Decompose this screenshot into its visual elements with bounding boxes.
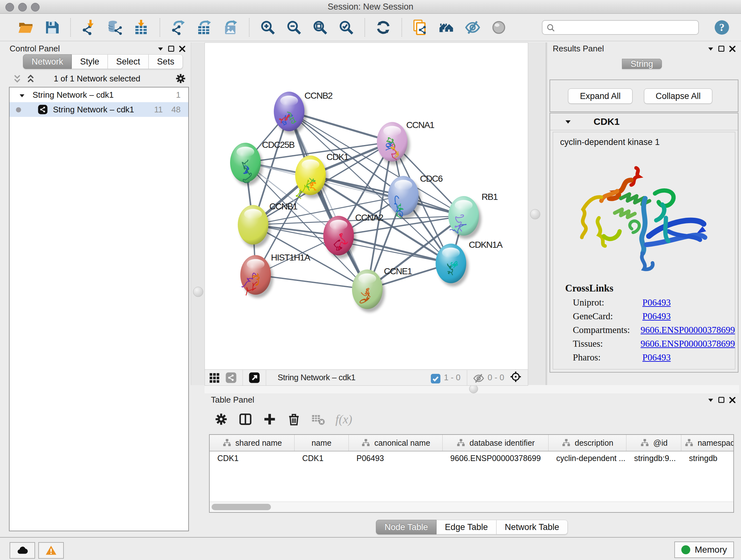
show-columns-icon[interactable] bbox=[237, 411, 254, 428]
column-header-shared-name[interactable]: shared name bbox=[210, 435, 294, 451]
node-label-CDC25B: CDC25B bbox=[262, 140, 294, 150]
float-panel-icon[interactable] bbox=[718, 396, 726, 404]
close-panel-icon[interactable] bbox=[728, 396, 737, 404]
open-session-icon[interactable] bbox=[16, 18, 36, 37]
node-CDKN1A[interactable] bbox=[435, 244, 468, 287]
node-RB1[interactable] bbox=[448, 196, 481, 239]
node-HIST1H1A[interactable] bbox=[240, 255, 273, 298]
window-title: Session: New Session bbox=[0, 2, 741, 12]
tab-select[interactable]: Select bbox=[108, 54, 149, 69]
panel-menu-icon[interactable] bbox=[706, 396, 715, 404]
cloud-icon[interactable] bbox=[10, 542, 35, 559]
collapse-all-button[interactable]: Collapse All bbox=[644, 88, 712, 104]
close-panel-icon[interactable] bbox=[178, 45, 186, 53]
network-canvas[interactable]: CCNB2CCNA1CDC25BCDK1CDC6RB1CCNB1CCNA2CDK… bbox=[205, 43, 528, 370]
node-CCNE1[interactable] bbox=[352, 269, 385, 312]
hidden-counts: 0 - 0 bbox=[488, 373, 504, 382]
grid-view-icon[interactable] bbox=[209, 372, 220, 383]
gene-disclosure-icon[interactable] bbox=[564, 118, 572, 126]
bottom-splitter-handle[interactable] bbox=[469, 384, 478, 393]
network-view[interactable]: CCNB2CCNA1CDC25BCDK1CDC6RB1CCNB1CCNA2CDK… bbox=[205, 43, 528, 386]
zoom-fit-content-icon[interactable] bbox=[311, 18, 330, 37]
close-panel-icon[interactable] bbox=[728, 45, 737, 53]
create-column-icon[interactable] bbox=[261, 411, 278, 428]
network-options-gear-icon[interactable] bbox=[175, 73, 186, 84]
string-home-icon[interactable] bbox=[437, 18, 456, 37]
tab-sets[interactable]: Sets bbox=[149, 54, 183, 69]
panel-menu-icon[interactable] bbox=[706, 45, 715, 53]
crosslink-link[interactable]: P06493 bbox=[643, 352, 671, 363]
import-table-from-file-icon[interactable] bbox=[132, 18, 151, 37]
expand-all-button[interactable]: Expand All bbox=[568, 88, 632, 104]
node-label-CCNB1: CCNB1 bbox=[269, 201, 297, 211]
birds-eye-view-icon[interactable] bbox=[489, 18, 509, 37]
scrollbar-thumb[interactable] bbox=[212, 504, 271, 510]
crosslink-link[interactable]: P06493 bbox=[643, 311, 671, 321]
export-table-icon[interactable] bbox=[195, 18, 214, 37]
delete-column-icon[interactable] bbox=[286, 411, 302, 428]
memory-button[interactable]: Memory bbox=[674, 542, 734, 558]
tab-network-table[interactable]: Network Table bbox=[496, 520, 568, 535]
share-view-icon[interactable] bbox=[225, 372, 237, 383]
gene-header-row[interactable]: CDK1 bbox=[550, 113, 738, 130]
update-network-icon[interactable] bbox=[374, 18, 393, 37]
hidden-eye-icon[interactable] bbox=[473, 373, 483, 383]
node-CCNB1[interactable] bbox=[238, 205, 271, 248]
export-image-icon[interactable] bbox=[221, 18, 240, 37]
tab-network[interactable]: Network bbox=[23, 54, 72, 69]
right-splitter-handle[interactable] bbox=[530, 209, 540, 219]
zoom-out-icon[interactable] bbox=[284, 18, 304, 37]
column-settings-gear-icon[interactable] bbox=[213, 411, 229, 428]
collection-disclosure-icon[interactable] bbox=[18, 91, 25, 99]
table-horizontal-scrollbar[interactable] bbox=[210, 502, 733, 512]
node-CCNA2[interactable] bbox=[323, 216, 356, 259]
save-session-icon[interactable] bbox=[43, 18, 62, 37]
import-network-from-database-icon[interactable] bbox=[106, 18, 125, 37]
search-input[interactable] bbox=[542, 20, 699, 35]
column-header-namespace[interactable]: namespace bbox=[681, 435, 734, 451]
column-header-database-identifier[interactable]: database identifier bbox=[443, 435, 549, 451]
float-panel-icon[interactable] bbox=[718, 45, 726, 53]
zoom-selected-region-icon[interactable] bbox=[337, 18, 356, 37]
network-file-snapshot-icon[interactable] bbox=[411, 18, 430, 37]
crosslink-link[interactable]: 9606.ENSP00000378699 bbox=[641, 325, 735, 335]
column-label: namespace bbox=[697, 438, 734, 448]
warning-icon[interactable] bbox=[38, 542, 64, 559]
network-row-selected[interactable]: String Network – cdk1 11 48 bbox=[10, 102, 188, 117]
crosshair-icon[interactable] bbox=[510, 371, 523, 384]
left-splitter[interactable] bbox=[191, 43, 205, 385]
table-row[interactable]: CDK1CDK1P064939606.ENSP00000378699cyclin… bbox=[210, 451, 733, 466]
crosslink-link[interactable]: 9606.ENSP00000378699 bbox=[641, 338, 735, 349]
tab-node-table[interactable]: Node Table bbox=[376, 520, 436, 535]
node-CCNB2[interactable] bbox=[274, 91, 307, 134]
tab-style[interactable]: Style bbox=[72, 54, 108, 69]
import-network-from-file-icon[interactable] bbox=[79, 18, 98, 37]
selected-nodes-checkbox-icon[interactable] bbox=[430, 373, 440, 382]
export-network-icon[interactable] bbox=[169, 18, 188, 37]
panel-menu-icon[interactable] bbox=[156, 45, 165, 53]
open-view-in-window-icon[interactable] bbox=[249, 372, 260, 383]
show-hide-graphics-details-icon[interactable] bbox=[463, 18, 482, 37]
column-header-description[interactable]: description bbox=[549, 435, 626, 451]
crosslink-row: Pharos:P06493 bbox=[573, 352, 735, 363]
left-splitter-handle[interactable] bbox=[193, 287, 203, 297]
node-CDC25B[interactable] bbox=[230, 143, 263, 186]
tab-edge-table[interactable]: Edge Table bbox=[436, 520, 496, 535]
node-label-CDK1: CDK1 bbox=[327, 152, 349, 162]
tab-string[interactable]: String bbox=[622, 59, 662, 69]
node-CDK1[interactable] bbox=[295, 155, 328, 199]
table-cell: P06493 bbox=[349, 451, 443, 466]
table-type-tabs: Node TableEdge TableNetwork Table bbox=[376, 520, 568, 535]
node-CDC6[interactable] bbox=[388, 176, 421, 219]
zoom-in-icon[interactable] bbox=[258, 18, 277, 37]
node-CCNA1[interactable] bbox=[377, 122, 410, 165]
column-header--id[interactable]: @id bbox=[626, 435, 681, 451]
crosslink-link[interactable]: P06493 bbox=[643, 297, 671, 308]
help-icon[interactable]: ? bbox=[712, 18, 731, 37]
network-collection-row[interactable]: String Network – cdk1 1 bbox=[10, 87, 188, 102]
float-panel-icon[interactable] bbox=[167, 45, 176, 53]
right-splitter[interactable] bbox=[528, 43, 547, 385]
column-header-name[interactable]: name bbox=[294, 435, 349, 451]
column-header-canonical-name[interactable]: canonical name bbox=[349, 435, 443, 451]
memory-status-dot bbox=[681, 545, 690, 554]
